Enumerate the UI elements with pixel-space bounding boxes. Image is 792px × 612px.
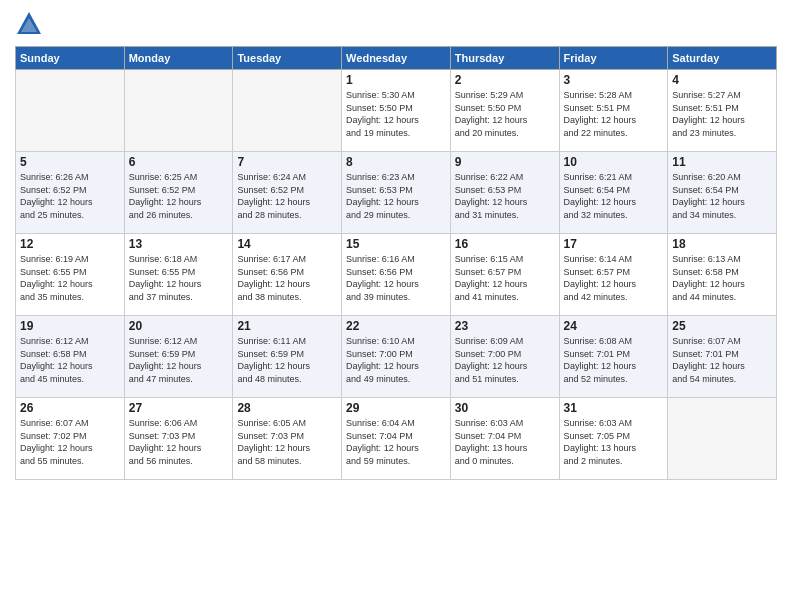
calendar: SundayMondayTuesdayWednesdayThursdayFrid… (15, 46, 777, 480)
day-number: 19 (20, 319, 120, 333)
page: SundayMondayTuesdayWednesdayThursdayFrid… (0, 0, 792, 612)
day-info: Sunrise: 6:16 AM Sunset: 6:56 PM Dayligh… (346, 253, 446, 303)
calendar-cell: 28Sunrise: 6:05 AM Sunset: 7:03 PM Dayli… (233, 398, 342, 480)
calendar-cell: 3Sunrise: 5:28 AM Sunset: 5:51 PM Daylig… (559, 70, 668, 152)
day-info: Sunrise: 6:15 AM Sunset: 6:57 PM Dayligh… (455, 253, 555, 303)
day-info: Sunrise: 6:24 AM Sunset: 6:52 PM Dayligh… (237, 171, 337, 221)
day-number: 23 (455, 319, 555, 333)
day-info: Sunrise: 6:06 AM Sunset: 7:03 PM Dayligh… (129, 417, 229, 467)
day-info: Sunrise: 6:19 AM Sunset: 6:55 PM Dayligh… (20, 253, 120, 303)
calendar-cell: 31Sunrise: 6:03 AM Sunset: 7:05 PM Dayli… (559, 398, 668, 480)
day-info: Sunrise: 5:29 AM Sunset: 5:50 PM Dayligh… (455, 89, 555, 139)
calendar-cell: 20Sunrise: 6:12 AM Sunset: 6:59 PM Dayli… (124, 316, 233, 398)
weekday-header-row: SundayMondayTuesdayWednesdayThursdayFrid… (16, 47, 777, 70)
day-number: 5 (20, 155, 120, 169)
day-info: Sunrise: 6:18 AM Sunset: 6:55 PM Dayligh… (129, 253, 229, 303)
calendar-cell: 17Sunrise: 6:14 AM Sunset: 6:57 PM Dayli… (559, 234, 668, 316)
day-number: 10 (564, 155, 664, 169)
day-number: 2 (455, 73, 555, 87)
calendar-cell: 26Sunrise: 6:07 AM Sunset: 7:02 PM Dayli… (16, 398, 125, 480)
calendar-cell: 2Sunrise: 5:29 AM Sunset: 5:50 PM Daylig… (450, 70, 559, 152)
day-info: Sunrise: 6:09 AM Sunset: 7:00 PM Dayligh… (455, 335, 555, 385)
calendar-cell: 23Sunrise: 6:09 AM Sunset: 7:00 PM Dayli… (450, 316, 559, 398)
week-row-4: 26Sunrise: 6:07 AM Sunset: 7:02 PM Dayli… (16, 398, 777, 480)
weekday-saturday: Saturday (668, 47, 777, 70)
day-number: 25 (672, 319, 772, 333)
week-row-1: 5Sunrise: 6:26 AM Sunset: 6:52 PM Daylig… (16, 152, 777, 234)
weekday-sunday: Sunday (16, 47, 125, 70)
calendar-cell: 6Sunrise: 6:25 AM Sunset: 6:52 PM Daylig… (124, 152, 233, 234)
calendar-cell: 15Sunrise: 6:16 AM Sunset: 6:56 PM Dayli… (342, 234, 451, 316)
calendar-cell: 9Sunrise: 6:22 AM Sunset: 6:53 PM Daylig… (450, 152, 559, 234)
calendar-cell: 1Sunrise: 5:30 AM Sunset: 5:50 PM Daylig… (342, 70, 451, 152)
day-number: 12 (20, 237, 120, 251)
day-info: Sunrise: 6:17 AM Sunset: 6:56 PM Dayligh… (237, 253, 337, 303)
calendar-cell: 25Sunrise: 6:07 AM Sunset: 7:01 PM Dayli… (668, 316, 777, 398)
day-number: 26 (20, 401, 120, 415)
calendar-cell (668, 398, 777, 480)
calendar-cell: 30Sunrise: 6:03 AM Sunset: 7:04 PM Dayli… (450, 398, 559, 480)
day-info: Sunrise: 5:30 AM Sunset: 5:50 PM Dayligh… (346, 89, 446, 139)
day-info: Sunrise: 5:27 AM Sunset: 5:51 PM Dayligh… (672, 89, 772, 139)
weekday-friday: Friday (559, 47, 668, 70)
day-info: Sunrise: 6:13 AM Sunset: 6:58 PM Dayligh… (672, 253, 772, 303)
week-row-0: 1Sunrise: 5:30 AM Sunset: 5:50 PM Daylig… (16, 70, 777, 152)
day-number: 7 (237, 155, 337, 169)
day-info: Sunrise: 6:25 AM Sunset: 6:52 PM Dayligh… (129, 171, 229, 221)
week-row-3: 19Sunrise: 6:12 AM Sunset: 6:58 PM Dayli… (16, 316, 777, 398)
weekday-wednesday: Wednesday (342, 47, 451, 70)
logo-icon (15, 10, 43, 38)
calendar-cell (16, 70, 125, 152)
day-number: 31 (564, 401, 664, 415)
header (15, 10, 777, 38)
day-number: 15 (346, 237, 446, 251)
day-info: Sunrise: 6:03 AM Sunset: 7:04 PM Dayligh… (455, 417, 555, 467)
day-info: Sunrise: 6:05 AM Sunset: 7:03 PM Dayligh… (237, 417, 337, 467)
week-row-2: 12Sunrise: 6:19 AM Sunset: 6:55 PM Dayli… (16, 234, 777, 316)
calendar-cell: 12Sunrise: 6:19 AM Sunset: 6:55 PM Dayli… (16, 234, 125, 316)
day-info: Sunrise: 6:14 AM Sunset: 6:57 PM Dayligh… (564, 253, 664, 303)
calendar-cell: 11Sunrise: 6:20 AM Sunset: 6:54 PM Dayli… (668, 152, 777, 234)
day-info: Sunrise: 6:04 AM Sunset: 7:04 PM Dayligh… (346, 417, 446, 467)
day-info: Sunrise: 6:21 AM Sunset: 6:54 PM Dayligh… (564, 171, 664, 221)
day-number: 29 (346, 401, 446, 415)
day-info: Sunrise: 6:07 AM Sunset: 7:02 PM Dayligh… (20, 417, 120, 467)
day-number: 16 (455, 237, 555, 251)
weekday-tuesday: Tuesday (233, 47, 342, 70)
calendar-cell: 14Sunrise: 6:17 AM Sunset: 6:56 PM Dayli… (233, 234, 342, 316)
day-info: Sunrise: 6:20 AM Sunset: 6:54 PM Dayligh… (672, 171, 772, 221)
day-info: Sunrise: 6:26 AM Sunset: 6:52 PM Dayligh… (20, 171, 120, 221)
weekday-thursday: Thursday (450, 47, 559, 70)
day-info: Sunrise: 6:23 AM Sunset: 6:53 PM Dayligh… (346, 171, 446, 221)
day-number: 24 (564, 319, 664, 333)
day-number: 8 (346, 155, 446, 169)
day-number: 17 (564, 237, 664, 251)
day-number: 28 (237, 401, 337, 415)
day-number: 11 (672, 155, 772, 169)
day-info: Sunrise: 6:03 AM Sunset: 7:05 PM Dayligh… (564, 417, 664, 467)
day-number: 21 (237, 319, 337, 333)
day-number: 4 (672, 73, 772, 87)
day-number: 14 (237, 237, 337, 251)
day-number: 30 (455, 401, 555, 415)
calendar-cell: 10Sunrise: 6:21 AM Sunset: 6:54 PM Dayli… (559, 152, 668, 234)
day-info: Sunrise: 6:11 AM Sunset: 6:59 PM Dayligh… (237, 335, 337, 385)
day-info: Sunrise: 6:10 AM Sunset: 7:00 PM Dayligh… (346, 335, 446, 385)
calendar-cell: 4Sunrise: 5:27 AM Sunset: 5:51 PM Daylig… (668, 70, 777, 152)
calendar-cell (124, 70, 233, 152)
calendar-cell: 29Sunrise: 6:04 AM Sunset: 7:04 PM Dayli… (342, 398, 451, 480)
calendar-cell: 7Sunrise: 6:24 AM Sunset: 6:52 PM Daylig… (233, 152, 342, 234)
calendar-cell: 13Sunrise: 6:18 AM Sunset: 6:55 PM Dayli… (124, 234, 233, 316)
calendar-cell: 5Sunrise: 6:26 AM Sunset: 6:52 PM Daylig… (16, 152, 125, 234)
logo (15, 10, 46, 38)
day-number: 1 (346, 73, 446, 87)
day-info: Sunrise: 6:12 AM Sunset: 6:58 PM Dayligh… (20, 335, 120, 385)
calendar-cell (233, 70, 342, 152)
day-number: 9 (455, 155, 555, 169)
day-info: Sunrise: 6:22 AM Sunset: 6:53 PM Dayligh… (455, 171, 555, 221)
day-info: Sunrise: 6:07 AM Sunset: 7:01 PM Dayligh… (672, 335, 772, 385)
day-number: 18 (672, 237, 772, 251)
calendar-cell: 24Sunrise: 6:08 AM Sunset: 7:01 PM Dayli… (559, 316, 668, 398)
day-info: Sunrise: 6:12 AM Sunset: 6:59 PM Dayligh… (129, 335, 229, 385)
day-number: 13 (129, 237, 229, 251)
